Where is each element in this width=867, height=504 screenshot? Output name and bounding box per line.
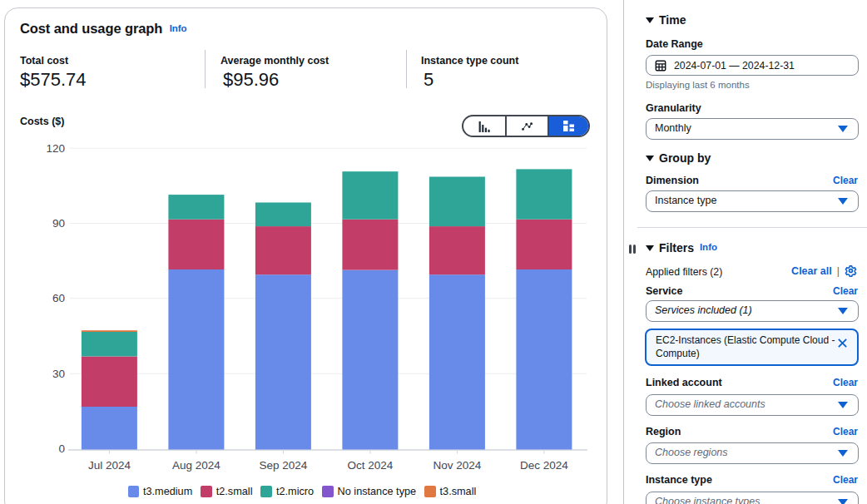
svg-text:Jul 2024: Jul 2024 (88, 459, 131, 472)
svg-text:90: 90 (52, 217, 65, 230)
svg-text:Nov 2024: Nov 2024 (434, 459, 482, 472)
svg-text:Oct 2024: Oct 2024 (348, 459, 394, 472)
svg-text:60: 60 (52, 292, 65, 304)
svg-text:Dec 2024: Dec 2024 (520, 459, 568, 472)
svg-text:Sep 2024: Sep 2024 (259, 459, 307, 472)
svg-text:30: 30 (52, 368, 65, 380)
svg-text:Aug 2024: Aug 2024 (172, 459, 220, 472)
svg-text:0: 0 (58, 442, 65, 455)
svg-text:120: 120 (46, 142, 65, 155)
